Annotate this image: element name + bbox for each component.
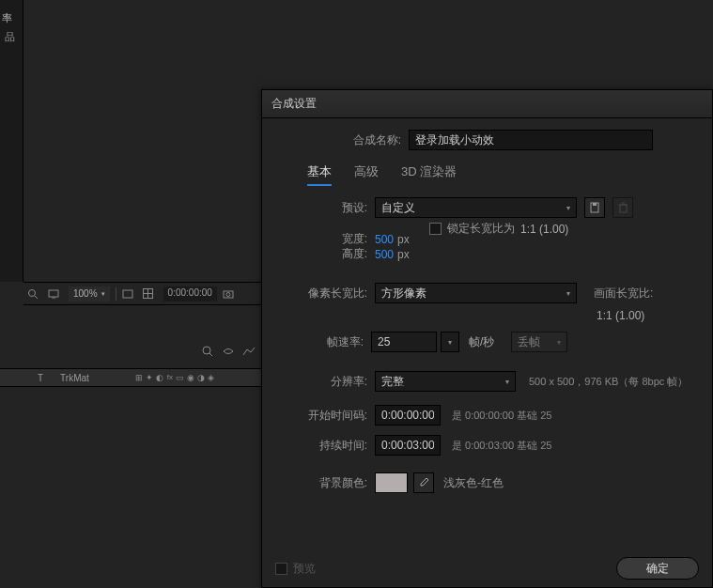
height-value[interactable]: 500 bbox=[375, 248, 394, 261]
width-value[interactable]: 500 bbox=[375, 233, 394, 246]
resolution-value: 完整 bbox=[381, 374, 404, 390]
svg-rect-4 bbox=[123, 290, 132, 298]
drop-frame-dropdown[interactable]: 丢帧 ▾ bbox=[511, 332, 567, 352]
col-trkmat: TrkMat bbox=[60, 373, 89, 383]
display-icon[interactable] bbox=[48, 289, 63, 299]
preview-checkbox[interactable] bbox=[275, 563, 287, 575]
fps-label: 帧速率: bbox=[307, 334, 364, 350]
chevron-down-icon: ▾ bbox=[505, 378, 509, 386]
width-unit: px bbox=[397, 233, 410, 246]
par-value: 方形像素 bbox=[381, 286, 426, 302]
chevron-down-icon: ▾ bbox=[566, 204, 570, 212]
hierarchy-icon: 品 bbox=[5, 30, 15, 44]
chevron-down-icon: ▾ bbox=[566, 289, 570, 298]
duration-info: 是 0:00:03:00 基础 25 bbox=[452, 439, 551, 453]
col-fx-icon[interactable]: fx bbox=[165, 373, 175, 382]
magnify-icon[interactable] bbox=[27, 288, 42, 300]
viewer-toolbar: 100% ▾ 0:00:00:00 bbox=[23, 282, 263, 305]
composition-settings-dialog: 合成设置 合成名称: 基本 高级 3D 渲染器 预设: 自定义 ▾ bbox=[261, 89, 713, 588]
viewer-panel bbox=[23, 0, 263, 286]
resolution-info: 500 x 500，976 KB（每 8bpc 帧） bbox=[529, 375, 688, 389]
lock-aspect-ratio: 1:1 (1.00) bbox=[520, 223, 568, 236]
dialog-title: 合成设置 bbox=[262, 90, 712, 118]
bg-color-label: 背景颜色: bbox=[300, 475, 367, 491]
col-frame-icon[interactable]: ▭ bbox=[176, 373, 185, 382]
svg-point-9 bbox=[226, 292, 230, 296]
duration-input[interactable] bbox=[375, 435, 441, 456]
ok-button[interactable]: 确定 bbox=[616, 557, 699, 580]
svg-line-11 bbox=[209, 353, 212, 356]
graph-icon[interactable] bbox=[242, 346, 256, 357]
chevron-down-icon: ▾ bbox=[557, 338, 561, 347]
svg-point-10 bbox=[203, 347, 210, 354]
comp-name-input[interactable] bbox=[409, 130, 653, 150]
fps-dropdown-button[interactable]: ▾ bbox=[441, 332, 459, 352]
grid-icon[interactable] bbox=[143, 288, 158, 299]
par-dropdown[interactable]: 方形像素 ▾ bbox=[375, 283, 577, 303]
duration-label: 持续时间: bbox=[296, 438, 367, 454]
zoom-dropdown[interactable]: 100% ▾ bbox=[69, 286, 110, 302]
svg-rect-14 bbox=[620, 205, 627, 212]
col-av-icon[interactable]: ✦ bbox=[145, 373, 154, 382]
height-label: 高度: bbox=[320, 246, 367, 262]
fps-value: 25 bbox=[378, 335, 390, 348]
timeline-toolbar bbox=[0, 340, 263, 363]
save-preset-button[interactable] bbox=[584, 197, 605, 218]
start-timecode-label: 开始时间码: bbox=[285, 408, 367, 424]
col-mb-icon[interactable]: ◉ bbox=[186, 373, 195, 382]
resolution-label: 分辨率: bbox=[315, 374, 367, 390]
frame-aspect-label: 画面长宽比: bbox=[594, 286, 653, 302]
eyedropper-button[interactable] bbox=[413, 472, 434, 493]
left-panel: 率 品 bbox=[0, 0, 23, 282]
zoom-value: 100% bbox=[73, 288, 98, 299]
current-time[interactable]: 0:00:00:00 bbox=[163, 286, 217, 302]
svg-point-0 bbox=[29, 289, 36, 296]
separator bbox=[116, 287, 116, 301]
snapshot-icon[interactable] bbox=[223, 289, 238, 299]
lock-aspect-checkbox[interactable] bbox=[429, 223, 442, 235]
fps-unit: 帧/秒 bbox=[469, 334, 494, 350]
preview-label: 预览 bbox=[293, 561, 316, 577]
tab-advanced[interactable]: 高级 bbox=[354, 163, 379, 186]
width-label: 宽度: bbox=[320, 231, 367, 247]
chevron-down-icon: ▾ bbox=[448, 338, 452, 347]
col-parent-icon[interactable]: ⊞ bbox=[134, 373, 144, 382]
left-rate-label: 率 bbox=[2, 11, 12, 25]
start-timecode-info: 是 0:00:00:00 基础 25 bbox=[452, 409, 551, 423]
col-3d-icon[interactable]: ◈ bbox=[207, 373, 216, 382]
par-label: 像素长宽比: bbox=[292, 286, 367, 302]
svg-rect-2 bbox=[49, 290, 58, 297]
delete-preset-button[interactable] bbox=[612, 197, 633, 218]
start-timecode-input[interactable] bbox=[375, 405, 441, 426]
frame-aspect-value: 1:1 (1.00) bbox=[597, 309, 695, 322]
search-icon[interactable] bbox=[201, 345, 214, 358]
height-unit: px bbox=[397, 248, 410, 261]
fps-input[interactable]: 25 bbox=[371, 332, 437, 352]
shy-icon[interactable] bbox=[222, 346, 235, 357]
col-t: T bbox=[38, 373, 43, 383]
tab-basic[interactable]: 基本 bbox=[307, 163, 332, 186]
comp-name-label: 合成名称: bbox=[317, 132, 401, 148]
svg-line-1 bbox=[35, 296, 38, 299]
resolution-dropdown[interactable]: 完整 ▾ bbox=[375, 371, 516, 392]
timeline-header: T TrkMat ⊞ ✦ ◐ fx ▭ ◉ ◑ ◈ bbox=[0, 368, 263, 387]
preset-label: 预设: bbox=[330, 200, 367, 216]
lock-aspect-label: 锁定长宽比为 bbox=[447, 221, 515, 237]
tab-3d-renderer[interactable]: 3D 渲染器 bbox=[401, 163, 457, 186]
bg-color-name: 浅灰色-红色 bbox=[443, 475, 504, 491]
preset-value: 自定义 bbox=[381, 200, 415, 216]
col-solo-icon[interactable]: ◐ bbox=[155, 373, 164, 382]
settings-tabs: 基本 高级 3D 渲染器 bbox=[307, 163, 695, 186]
svg-rect-13 bbox=[593, 203, 597, 206]
drop-frame-value: 丢帧 bbox=[518, 334, 540, 350]
preset-dropdown[interactable]: 自定义 ▾ bbox=[375, 197, 577, 218]
col-adj-icon[interactable]: ◑ bbox=[196, 373, 206, 382]
resolution-icon[interactable] bbox=[122, 289, 137, 299]
bg-color-swatch[interactable] bbox=[375, 472, 408, 493]
